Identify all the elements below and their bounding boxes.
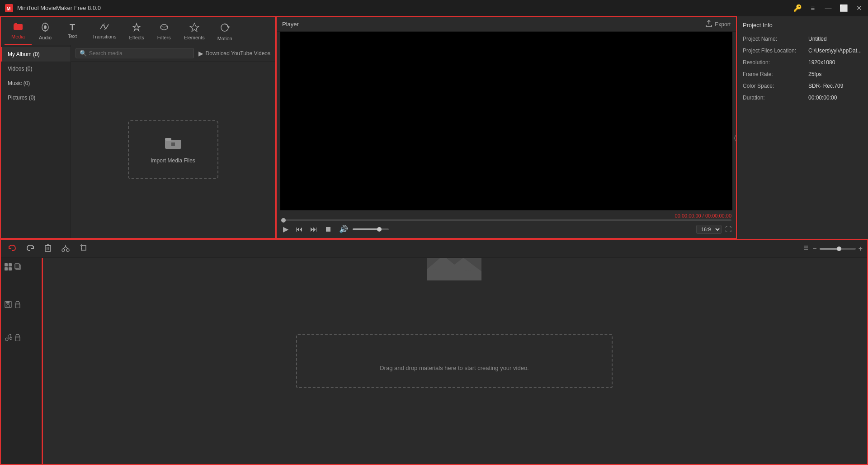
player-seekbar: 00:00:00:00 / 00:00:00:00 — [277, 210, 736, 222]
copy-track-button[interactable] — [14, 263, 22, 272]
audio-track-controls-2 — [3, 332, 39, 344]
toolbar-item-text[interactable]: T Text — [59, 20, 86, 45]
undo-tool-button[interactable] — [5, 243, 19, 254]
svg-rect-33 — [9, 263, 12, 266]
restore-button[interactable]: ⬜ — [839, 4, 848, 12]
aspect-ratio-select[interactable]: 16:9 4:3 1:1 9:16 — [696, 225, 722, 234]
frame-rate-row: Frame Rate: 25fps — [743, 71, 863, 77]
app-title: MiniTool MovieMaker Free 8.0.0 — [17, 5, 101, 11]
video-track-controls — [3, 261, 39, 274]
search-input[interactable] — [89, 50, 190, 57]
toolbar-item-elements[interactable]: Elements — [178, 20, 211, 45]
youtube-icon: ▶ — [198, 50, 203, 57]
media-icon — [13, 23, 23, 32]
sidebar-item-music[interactable]: Music (0) — [1, 76, 71, 90]
project-info-title: Project Info — [743, 22, 863, 28]
effects-icon — [132, 23, 142, 33]
resolution-value: 1920x1080 — [808, 59, 863, 66]
svg-line-24 — [66, 247, 68, 249]
toolbar-motion-label: Motion — [217, 36, 232, 41]
duration-label: Duration: — [743, 95, 808, 101]
close-button[interactable]: ✕ — [854, 4, 863, 12]
volume-handle[interactable] — [377, 227, 382, 232]
zoom-out-icon[interactable]: − — [812, 245, 816, 253]
svg-point-22 — [66, 249, 69, 251]
music-track-button[interactable] — [5, 334, 12, 342]
project-name-label: Project Name: — [743, 36, 808, 42]
svg-rect-41 — [15, 304, 20, 308]
timeline-drop-zone[interactable]: Drag and drop materials here to start cr… — [42, 258, 867, 464]
toolbar-item-media[interactable]: Media — [5, 20, 32, 45]
timeline-drop-box: Drag and drop materials here to start cr… — [296, 334, 613, 388]
zoom-in-icon[interactable]: + — [859, 245, 863, 253]
import-media-label: Import Media Files — [151, 157, 195, 164]
toolbar-item-effects[interactable]: Effects — [123, 20, 150, 45]
player-panel: Player Export 00:00:00:00 / 00:00:00:00 — [276, 16, 737, 239]
toolbar-item-transitions[interactable]: Transitions — [86, 20, 123, 45]
add-track-button[interactable] — [5, 263, 12, 272]
svg-rect-35 — [9, 267, 12, 270]
svg-point-42 — [5, 338, 8, 341]
play-button[interactable]: ▶ — [281, 224, 290, 234]
save-track-button[interactable] — [5, 301, 12, 309]
export-label: Export — [715, 21, 731, 28]
sidebar-item-videos[interactable]: Videos (0) — [1, 62, 71, 76]
crop-tool-button[interactable] — [77, 242, 90, 255]
minimize-button[interactable]: — — [824, 4, 833, 12]
toolbar-text-label: Text — [68, 33, 77, 39]
zoom-handle[interactable] — [837, 247, 841, 251]
key-icon[interactable]: 🔑 — [793, 4, 802, 12]
project-files-row: Project Files Location: C:\Users\yyi\App… — [743, 47, 863, 54]
fullscreen-button[interactable]: ⛶ — [725, 226, 731, 233]
time-display: 00:00:00:00 / 00:00:00:00 — [281, 212, 731, 219]
volume-icon[interactable]: 🔊 — [337, 224, 350, 234]
cut-tool-button[interactable] — [59, 242, 72, 255]
fast-forward-button[interactable]: ⏭ — [308, 224, 319, 234]
duration-value: 00:00:00:00 — [808, 95, 863, 101]
download-youtube-button[interactable]: ▶ Download YouTube Videos — [198, 50, 270, 57]
zoom-slider[interactable] — [820, 248, 856, 250]
lock-track-button-1[interactable] — [14, 301, 21, 309]
toolbar: Media Audio T Text Transitions — [1, 17, 275, 45]
svg-line-44 — [8, 334, 11, 335]
toolbar-audio-label: Audio — [39, 35, 52, 40]
toolbar-item-filters[interactable]: Filters — [151, 20, 178, 45]
import-media-button[interactable]: Import Media Files — [128, 120, 218, 179]
timeline-zoom-controls: − + — [802, 244, 863, 253]
sidebar-item-pictures[interactable]: Pictures (0) — [1, 90, 71, 105]
volume-control: 🔊 — [337, 224, 389, 234]
stop-button[interactable]: ⏹ — [323, 224, 334, 234]
zoom-separator-icon — [802, 244, 810, 253]
media-library: 🔍 ▶ Download YouTube Videos — [71, 45, 275, 238]
timeline-playhead[interactable] — [42, 258, 43, 464]
toolbar-item-audio[interactable]: Audio — [32, 20, 59, 45]
redo-tool-button[interactable] — [24, 243, 37, 254]
player-label: Player — [282, 21, 299, 28]
volume-slider[interactable] — [353, 228, 389, 230]
sidebar-item-my-album[interactable]: My Album (0) — [1, 47, 71, 62]
rewind-button[interactable]: ⏮ — [294, 224, 305, 234]
svg-rect-39 — [6, 301, 9, 304]
menu-icon[interactable]: ≡ — [808, 4, 817, 12]
export-button[interactable]: Export — [705, 20, 731, 28]
toolbar-media-label: Media — [11, 34, 25, 39]
timeline-toolbar: − + — [1, 240, 867, 258]
search-box[interactable]: 🔍 — [75, 48, 194, 58]
timeline-content: Drag and drop materials here to start cr… — [1, 258, 867, 464]
svg-text:M: M — [7, 5, 11, 11]
frame-rate-value: 25fps — [808, 71, 863, 77]
progress-handle[interactable] — [281, 218, 286, 223]
toolbar-item-motion[interactable]: Motion — [211, 20, 239, 45]
elements-icon — [189, 23, 199, 33]
svg-point-6 — [44, 25, 47, 29]
delete-tool-button[interactable] — [42, 242, 54, 255]
player-controls: ▶ ⏮ ⏭ ⏹ 🔊 16:9 4:3 1:1 9:16 ⛶ — [277, 222, 736, 238]
audio-icon — [41, 23, 50, 33]
lock-track-button-2[interactable] — [14, 334, 21, 342]
progress-bar[interactable] — [281, 219, 731, 221]
project-name-row: Project Name: Untitled — [743, 36, 863, 42]
collapse-panel-button[interactable]: 〈 — [730, 134, 737, 143]
color-space-label: Color Space: — [743, 83, 808, 89]
svg-rect-2 — [14, 24, 23, 30]
audio-track-controls-1 — [3, 299, 39, 311]
